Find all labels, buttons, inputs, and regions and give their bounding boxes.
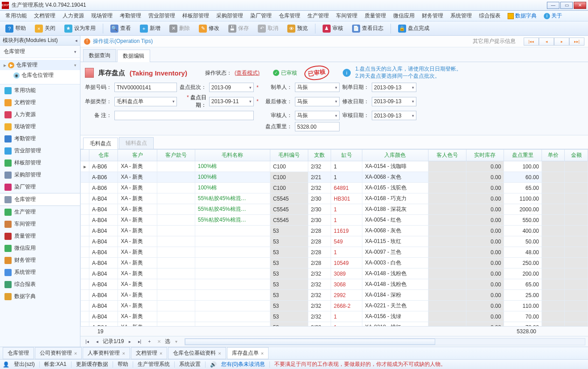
page-next[interactable]: ▸ xyxy=(126,338,134,346)
menu-item[interactable]: 车间管理 xyxy=(332,11,361,21)
nav-item[interactable]: 染厂管理 xyxy=(0,181,80,193)
bottom-tab[interactable]: 仓库仓位基础资料× xyxy=(168,347,226,359)
preview-button[interactable]: 👁预览 xyxy=(285,23,311,34)
nav-item[interactable]: 人力资源 xyxy=(0,109,80,121)
date-select[interactable]: 2013-09-11▾ xyxy=(209,97,254,106)
grid[interactable]: 仓库客户客户款号毛料名称毛料编号支数缸号入库颜色客人色号实时库存盘点重里单价金额… xyxy=(80,149,588,326)
status-settings[interactable]: 系统设置 xyxy=(179,361,201,368)
menu-item[interactable]: 营业部管理 xyxy=(145,11,179,21)
nav-item[interactable]: 考勤管理 xyxy=(0,133,80,145)
close-tab-icon[interactable]: × xyxy=(261,351,264,356)
doc-type-select[interactable]: 毛料盘点单▾ xyxy=(114,97,177,106)
close-button[interactable]: ×关闭 xyxy=(32,23,58,34)
bottom-tab[interactable]: 仓库管理 xyxy=(3,347,34,359)
nav-item[interactable]: 系统管理 xyxy=(0,266,80,278)
tips-link[interactable]: 操作提示(Operation Tips) xyxy=(93,38,153,45)
bottom-tab[interactable]: 库存盘点单× xyxy=(227,347,269,359)
subtab-wool[interactable]: 毛料盘点 xyxy=(83,138,118,149)
close-tab-icon[interactable]: × xyxy=(160,351,162,356)
auditor-select[interactable]: 马振▾ xyxy=(295,111,340,120)
nav-item[interactable]: 采购部管理 xyxy=(0,169,80,181)
tree-child[interactable]: ◉ 仓库仓位管理 xyxy=(0,70,80,80)
collapse-sidebar-icon[interactable]: ◂ xyxy=(75,38,77,43)
column-header[interactable]: 支数 xyxy=(308,150,331,161)
nav-item[interactable]: 数据字典 xyxy=(0,290,80,302)
menu-item[interactable]: 综合报表 xyxy=(475,11,504,21)
sidebar-group-header[interactable]: 仓库管理 ▾ xyxy=(0,46,80,58)
nav-item[interactable]: 现场管理 xyxy=(0,121,80,133)
menu-item[interactable]: 染厂管理 xyxy=(247,11,275,21)
help-button[interactable]: ?帮助 xyxy=(3,23,29,34)
table-row[interactable]: A-B04XA - 新奥55%粘胶45%棉混…C55452/30HB301XA-… xyxy=(81,193,588,204)
menu-data-dict[interactable]: 数据字典 xyxy=(504,11,540,21)
refresh-cache[interactable]: 更新缓存数据 xyxy=(76,361,108,368)
table-row[interactable]: A-B04XA - 新奥532/321XA-0156 - 浅绿0.0070.00 xyxy=(81,311,588,322)
h-scrollbar[interactable] xyxy=(185,338,585,345)
nav-item[interactable]: 微信应用 xyxy=(0,242,80,254)
close-tab-icon[interactable]: × xyxy=(74,351,77,356)
tab-query[interactable]: 数据查询 xyxy=(83,49,116,62)
column-header[interactable]: 入库颜色 xyxy=(362,150,428,161)
nav-item[interactable]: 质量管理 xyxy=(0,230,80,242)
menu-item[interactable]: 样板部管理 xyxy=(179,11,213,21)
maximize-button[interactable]: ▭ xyxy=(560,2,573,9)
menu-item[interactable]: 财务管理 xyxy=(418,11,447,21)
nav-item[interactable]: 文档管理 xyxy=(0,96,80,109)
close-tab-icon[interactable]: × xyxy=(122,351,125,356)
nav-item[interactable]: 财务管理 xyxy=(0,254,80,266)
table-row[interactable]: A-B04XA - 新奥532/281XA-0097 - 兰色0.0048.00 xyxy=(81,247,588,258)
add-button[interactable]: +新增 xyxy=(137,23,163,34)
table-row[interactable]: A-B04XA - 新奥532/2810549XA-0003 - 白色0.002… xyxy=(81,258,588,268)
table-row[interactable]: A-B04XA - 新奥532/28549XA-0115 - 玫红0.0050.… xyxy=(81,236,588,247)
batch-select[interactable]: 2013-09▾ xyxy=(209,83,254,92)
bottom-tab[interactable]: 人事资料管理× xyxy=(83,347,130,359)
nav-item[interactable]: 营业部管理 xyxy=(0,145,80,157)
nav-prev-button[interactable]: ◂ xyxy=(539,38,554,46)
weight-input[interactable]: 5328.00 xyxy=(295,122,340,131)
setcommon-button[interactable]: ★设为常用 xyxy=(62,23,98,34)
menu-item[interactable]: 仓库管理 xyxy=(275,11,304,21)
table-row[interactable]: A-B04XA - 新奥532/323089XA-0148 - 浅粉色0.002… xyxy=(81,268,588,279)
menu-item[interactable]: 微信应用 xyxy=(390,11,418,21)
column-header[interactable]: 客户 xyxy=(118,150,157,161)
column-header[interactable]: 毛料名称 xyxy=(195,150,270,161)
menu-item[interactable]: 生产管理 xyxy=(304,11,332,21)
column-header[interactable]: 实时库存 xyxy=(466,150,504,161)
nav-item[interactable]: 常用功能 xyxy=(0,84,80,96)
bottom-tab[interactable]: 公司资料管理× xyxy=(35,347,82,359)
column-header[interactable]: 客户款号 xyxy=(157,150,195,161)
table-row[interactable]: A-B04XA - 新奥532/322992XA-0184 - 深粉0.0025… xyxy=(81,290,588,301)
nav-next-button[interactable]: ▸ xyxy=(554,38,569,46)
bottom-tab[interactable]: 文档管理× xyxy=(131,347,167,359)
close-tab-icon[interactable]: × xyxy=(218,351,221,356)
maker-select[interactable]: 马振▾ xyxy=(295,83,340,92)
page-select[interactable]: 选 xyxy=(165,338,170,345)
page-add[interactable]: + xyxy=(145,338,153,346)
audit-date-select[interactable]: 2013-09-13▾ xyxy=(372,111,416,120)
page-first[interactable]: |◂ xyxy=(83,338,91,346)
menu-item[interactable]: 文档管理 xyxy=(30,11,59,21)
column-header[interactable]: 毛料编号 xyxy=(270,150,308,161)
complete-button[interactable]: 🔒盘点完成 xyxy=(395,23,432,34)
table-row[interactable]: A-B04XA - 新奥55%粘胶45%棉混…C55452/301XA-0054… xyxy=(81,215,588,226)
table-row[interactable]: A-B04XA - 新奥532/323068XA-0148 - 浅粉色0.006… xyxy=(81,279,588,290)
mod-date-select[interactable]: 2013-09-13▾ xyxy=(372,97,416,106)
menu-item[interactable]: 考勤管理 xyxy=(116,11,145,21)
doc-no-input[interactable]: TNV00000141 xyxy=(114,83,177,92)
edit-button[interactable]: ✎修改 xyxy=(196,23,222,34)
column-header[interactable]: 金额 xyxy=(565,150,588,161)
menu-item[interactable]: 常用功能 xyxy=(2,11,30,21)
table-row[interactable]: A-B04XA - 新奥532/322668-2XA-0221 - 天兰色0.0… xyxy=(81,301,588,311)
column-header[interactable]: 盘点重里 xyxy=(504,150,542,161)
nav-item[interactable]: 车间管理 xyxy=(0,218,80,230)
view-mode-link[interactable]: (查看模式) xyxy=(235,69,260,77)
logout-link[interactable]: 登出(szl) xyxy=(14,361,35,368)
table-row[interactable]: A-B06XA - 新奥100%棉C1002/3264891XA-0165 - … xyxy=(81,183,588,193)
menu-item[interactable]: 人力资源 xyxy=(59,11,88,21)
table-row[interactable]: A-B04XA - 新奥532/2811619XA-0068 - 灰色0.004… xyxy=(81,226,588,236)
make-date-select[interactable]: 2013-09-13▾ xyxy=(372,83,416,92)
nav-item[interactable]: 仓库管理 xyxy=(0,193,80,206)
column-header[interactable]: 单价 xyxy=(542,150,565,161)
menu-item[interactable]: 质量管理 xyxy=(361,11,390,21)
nav-last-button[interactable]: ▸▸| xyxy=(569,38,584,46)
